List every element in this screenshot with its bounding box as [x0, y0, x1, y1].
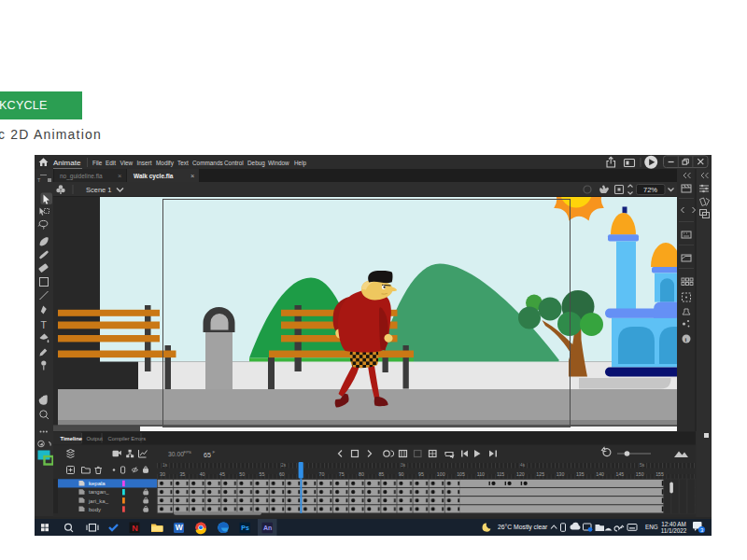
svg-text:body: body	[89, 507, 101, 512]
svg-text:tangan_: tangan_	[89, 489, 109, 495]
svg-text:Timeline: Timeline	[61, 436, 83, 441]
svg-text:Ps: Ps	[241, 525, 249, 531]
svg-text:130: 130	[557, 471, 565, 477]
svg-text:75: 75	[339, 471, 345, 477]
svg-text:70: 70	[319, 471, 325, 477]
svg-text:kepala: kepala	[89, 481, 106, 486]
svg-text:jari_ka_: jari_ka_	[88, 498, 109, 504]
svg-text:50: 50	[239, 471, 245, 477]
svg-text:140: 140	[596, 471, 604, 477]
svg-text:F: F	[213, 450, 216, 455]
svg-text:An: An	[263, 525, 272, 531]
svg-text:115: 115	[497, 471, 504, 477]
svg-text:W: W	[176, 523, 184, 532]
svg-text:85: 85	[378, 471, 384, 477]
svg-text:100: 100	[437, 471, 445, 477]
svg-text:45: 45	[219, 471, 225, 477]
svg-text:FPS: FPS	[184, 450, 192, 455]
svg-text:60: 60	[279, 471, 285, 477]
svg-text:65: 65	[204, 451, 211, 459]
svg-text:Output: Output	[87, 436, 104, 441]
svg-text:2s: 2s	[281, 463, 287, 468]
svg-text:Compiler Errors: Compiler Errors	[108, 436, 147, 441]
svg-text:150: 150	[636, 471, 644, 477]
svg-text:80: 80	[359, 471, 364, 477]
svg-text:135: 135	[576, 471, 585, 477]
svg-text:120: 120	[516, 471, 525, 477]
svg-text:105: 105	[457, 471, 465, 477]
svg-text:30: 30	[160, 471, 165, 477]
svg-text:1s: 1s	[162, 463, 168, 468]
svg-text:72%: 72%	[643, 186, 657, 194]
svg-text:125: 125	[536, 471, 544, 477]
svg-text:40: 40	[200, 471, 205, 477]
svg-text:T: T	[41, 319, 48, 330]
svg-text:155: 155	[655, 471, 664, 477]
svg-text:95: 95	[418, 471, 424, 477]
svg-text:3s: 3s	[401, 463, 406, 468]
svg-text:35: 35	[179, 471, 185, 477]
svg-text:5s: 5s	[640, 463, 645, 468]
svg-text:4s: 4s	[520, 463, 526, 468]
svg-text:145: 145	[616, 471, 625, 477]
svg-text:i: i	[685, 336, 687, 343]
svg-text:30.00: 30.00	[168, 451, 184, 457]
svg-text:110: 110	[477, 471, 485, 477]
svg-text:55: 55	[260, 471, 265, 477]
svg-text:N: N	[132, 523, 138, 532]
svg-text:90: 90	[399, 471, 404, 477]
